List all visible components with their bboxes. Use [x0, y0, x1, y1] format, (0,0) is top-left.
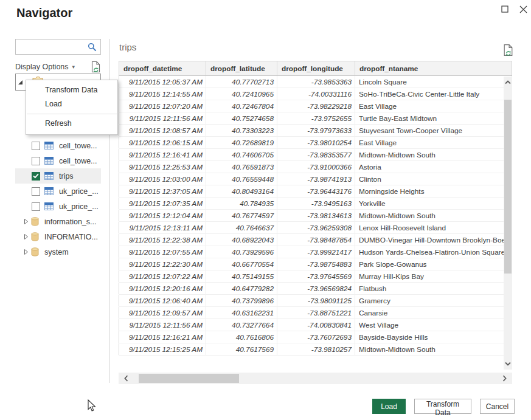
cancel-button[interactable]: Cancel — [480, 399, 515, 414]
cell-dropoff-ntaname: Stuyvesant Town-Cooper Village — [355, 125, 512, 137]
collapsed-arrow-icon[interactable] — [24, 233, 29, 240]
cell-dropoff-datetime: 9/11/2015 12:15:25 AM — [119, 343, 206, 356]
table-row: 9/11/2015 12:14:55 AM40.72410965-74.0033… — [119, 88, 512, 100]
cell-dropoff-ntaname: Canarsie — [355, 307, 512, 319]
cell-dropoff-longitude: -73.98353577 — [277, 149, 355, 161]
sidebar-item-cell-towe[interactable]: cell_towe... — [15, 138, 101, 153]
cell-dropoff-datetime: 9/11/2015 12:05:37 AM — [119, 76, 206, 88]
sidebar-item-cell-towe[interactable]: cell_towe... — [15, 153, 101, 168]
table-row: 9/11/2015 12:03:00 AM40.76559448-73.9874… — [119, 173, 512, 185]
cell-dropoff-datetime: 9/11/2015 12:16:41 AM — [119, 149, 206, 161]
cell-dropoff-datetime: 9/11/2015 12:03:00 AM — [119, 173, 206, 185]
cell-dropoff-longitude: -73.99921417 — [277, 246, 355, 258]
table-row: 9/11/2015 12:07:22 AM40.75149155-73.9764… — [119, 270, 512, 283]
cell-dropoff-longitude: -73.91000366 — [277, 161, 355, 173]
cell-dropoff-ntaname: Midtown-Midtown South — [355, 343, 512, 356]
sidebar-item-informatio[interactable]: INFORMATIO... — [15, 229, 101, 244]
refresh-preview-icon[interactable] — [503, 44, 513, 57]
load-button[interactable]: Load — [372, 399, 406, 414]
table-row: 9/11/2015 12:06:15 AM40.72689819-73.9801… — [119, 137, 512, 149]
cell-dropoff-longitude: -73.9752655 — [277, 112, 355, 125]
preview-title: trips — [119, 42, 136, 52]
scroll-right-icon[interactable] — [502, 375, 507, 382]
cell-dropoff-longitude: -73.98134613 — [277, 210, 355, 222]
cell-dropoff-ntaname: East Village — [355, 137, 512, 149]
maximize-button[interactable] — [498, 3, 512, 15]
close-button[interactable] — [516, 3, 530, 15]
cell-dropoff-latitude: 40.73277664 — [206, 319, 277, 331]
table-row: 9/11/2015 12:37:05 AM40.80493164-73.9644… — [119, 185, 512, 198]
horizontal-scrollbar[interactable] — [119, 373, 512, 384]
cell-dropoff-longitude: -73.76072693 — [277, 331, 355, 343]
cell-dropoff-longitude: -73.96569824 — [277, 283, 355, 295]
context-menu-item-refresh[interactable]: Refresh — [26, 117, 117, 131]
column-header-dropoff-longitude[interactable]: dropoff_longitude — [277, 61, 355, 76]
refresh-file-icon[interactable] — [91, 61, 101, 73]
cell-dropoff-latitude: 40.80493164 — [206, 185, 277, 198]
horizontal-scroll-thumb[interactable] — [139, 374, 239, 383]
cell-dropoff-ntaname: Yorkville — [355, 198, 512, 210]
sidebar-item-uk-price[interactable]: uk_price_... — [15, 199, 101, 214]
vertical-scrollbar[interactable] — [504, 77, 512, 370]
transform-data-button[interactable]: Transform Data — [414, 399, 471, 414]
cell-dropoff-ntaname: Lincoln Square — [355, 76, 512, 88]
table-row: 9/11/2015 12:16:41 AM40.74606705-73.9835… — [119, 149, 512, 161]
context-menu-item-transform-data[interactable]: Transform Data — [26, 83, 117, 97]
checkbox[interactable] — [32, 142, 40, 150]
display-options-dropdown[interactable]: Display Options — [15, 63, 69, 71]
cell-dropoff-latitude: 40.77702713 — [206, 76, 277, 88]
cell-dropoff-latitude: 40.73303223 — [206, 125, 277, 137]
column-header-dropoff-ntaname[interactable]: dropoff_ntaname — [355, 61, 512, 76]
cell-dropoff-latitude: 40.72410965 — [206, 88, 277, 100]
cell-dropoff-ntaname: East Village — [355, 100, 512, 112]
chevron-down-icon[interactable]: ▾ — [72, 64, 75, 70]
preview-table: dropoff_datetimedropoff_latitudedropoff_… — [119, 61, 512, 356]
sidebar-item-information-s[interactable]: information_s... — [15, 214, 101, 229]
table-row: 9/11/2015 12:13:11 AM40.7646637-73.96259… — [119, 222, 512, 234]
search-input[interactable] — [19, 42, 88, 52]
table-icon — [44, 172, 54, 180]
sidebar-item-label: cell_towe... — [59, 142, 97, 150]
cell-dropoff-latitude: 40.75274658 — [206, 112, 277, 125]
column-header-dropoff-datetime[interactable]: dropoff_datetime — [119, 61, 206, 76]
sidebar-item-trips[interactable]: trips — [15, 168, 101, 184]
cell-dropoff-datetime: 9/11/2015 12:14:55 AM — [119, 88, 206, 100]
table-row: 9/11/2015 12:22:38 AM40.68922043-73.9848… — [119, 234, 512, 246]
cell-dropoff-ntaname: Hudson Yards-Chelsea-Flatiron-Union Squa… — [355, 246, 512, 258]
scroll-left-icon[interactable] — [124, 375, 128, 382]
collapsed-arrow-icon[interactable] — [24, 249, 29, 255]
display-options-row: Display Options ▾ — [15, 61, 101, 73]
search-icon[interactable] — [88, 43, 97, 52]
sidebar-item-system[interactable]: system — [15, 244, 101, 260]
checkbox[interactable] — [32, 172, 40, 181]
context-menu-item-load[interactable]: Load — [26, 97, 117, 111]
table-row: 9/11/2015 12:25:53 AM40.76591873-73.9100… — [119, 161, 512, 173]
cell-dropoff-latitude: 40.7616806 — [206, 331, 277, 343]
sidebar-item-label: cell_towe... — [59, 157, 97, 165]
cell-dropoff-datetime: 9/11/2015 12:37:05 AM — [119, 185, 206, 198]
checkbox[interactable] — [32, 157, 40, 165]
search-box — [15, 39, 101, 55]
checkbox[interactable] — [32, 202, 40, 211]
sidebar-item-uk-price[interactable]: uk_price_... — [15, 184, 101, 199]
vertical-scroll-thumb[interactable] — [504, 100, 512, 274]
cell-dropoff-datetime: 9/11/2015 12:07:55 AM — [119, 246, 206, 258]
cell-dropoff-datetime: 9/11/2015 12:22:30 AM — [119, 258, 206, 270]
cell-dropoff-latitude: 40.72689819 — [206, 137, 277, 149]
cell-dropoff-longitude: -74.00331116 — [277, 88, 355, 100]
table-row: 9/11/2015 12:07:20 AM40.72467804-73.9822… — [119, 100, 512, 112]
column-header-dropoff-latitude[interactable]: dropoff_latitude — [206, 61, 277, 76]
collapsed-arrow-icon[interactable] — [24, 218, 29, 225]
cell-dropoff-longitude: -73.98091125 — [277, 295, 355, 307]
cell-dropoff-longitude: -73.88751221 — [277, 307, 355, 319]
expand-arrow-icon[interactable] — [18, 80, 23, 85]
cell-dropoff-datetime: 9/11/2015 12:22:38 AM — [119, 234, 206, 246]
checkbox[interactable] — [32, 187, 40, 196]
cell-dropoff-longitude: -73.9495163 — [277, 198, 355, 210]
scroll-down-icon[interactable] — [505, 362, 511, 366]
table-header-row: dropoff_datetimedropoff_latitudedropoff_… — [119, 61, 512, 76]
scroll-up-icon[interactable] — [505, 80, 511, 84]
cell-dropoff-ntaname: Park Slope-Gowanus — [355, 258, 512, 270]
table-row: 9/11/2015 12:15:25 AM40.7617569-73.98102… — [119, 343, 512, 356]
table-row: 9/11/2015 12:22:30 AM40.66770554-73.9875… — [119, 258, 512, 270]
